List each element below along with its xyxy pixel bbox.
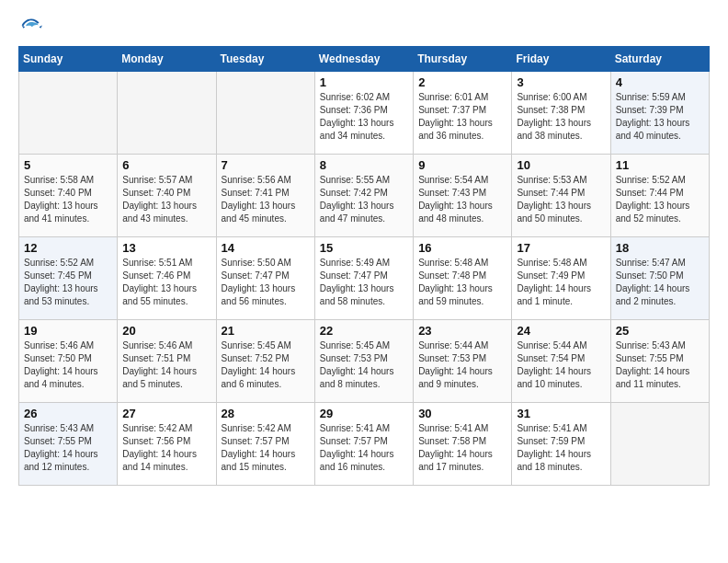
page-header bbox=[18, 18, 710, 37]
day-number: 5 bbox=[24, 158, 112, 172]
day-info: Sunrise: 5:48 AM Sunset: 7:48 PM Dayligh… bbox=[418, 257, 506, 308]
day-number: 16 bbox=[418, 241, 506, 255]
day-info: Sunrise: 5:45 AM Sunset: 7:52 PM Dayligh… bbox=[222, 339, 310, 391]
calendar-cell: 26Sunrise: 5:43 AM Sunset: 7:55 PM Dayli… bbox=[19, 403, 118, 486]
day-info: Sunrise: 5:43 AM Sunset: 7:55 PM Dayligh… bbox=[616, 339, 704, 391]
calendar-cell: 18Sunrise: 5:47 AM Sunset: 7:50 PM Dayli… bbox=[610, 237, 709, 320]
day-number: 7 bbox=[222, 158, 310, 172]
day-number: 29 bbox=[320, 407, 408, 420]
day-number: 15 bbox=[320, 241, 408, 255]
calendar-cell: 16Sunrise: 5:48 AM Sunset: 7:48 PM Dayli… bbox=[414, 237, 512, 320]
day-number: 11 bbox=[616, 158, 704, 172]
day-number: 10 bbox=[517, 158, 605, 172]
day-info: Sunrise: 5:59 AM Sunset: 7:39 PM Dayligh… bbox=[616, 91, 704, 143]
day-info: Sunrise: 5:55 AM Sunset: 7:42 PM Dayligh… bbox=[320, 174, 408, 225]
day-number: 28 bbox=[222, 407, 310, 420]
calendar-cell bbox=[19, 72, 118, 155]
day-info: Sunrise: 5:46 AM Sunset: 7:50 PM Dayligh… bbox=[24, 339, 112, 391]
calendar-cell bbox=[118, 72, 216, 155]
calendar-week-row: 19Sunrise: 5:46 AM Sunset: 7:50 PM Dayli… bbox=[19, 320, 710, 403]
weekday-header-thursday: Thursday bbox=[414, 47, 512, 72]
day-info: Sunrise: 5:52 AM Sunset: 7:45 PM Dayligh… bbox=[24, 257, 112, 308]
logo bbox=[18, 18, 42, 37]
calendar-cell: 4Sunrise: 5:59 AM Sunset: 7:39 PM Daylig… bbox=[610, 72, 709, 155]
day-number: 6 bbox=[122, 158, 210, 172]
calendar-cell: 28Sunrise: 5:42 AM Sunset: 7:57 PM Dayli… bbox=[216, 403, 314, 486]
weekday-header-monday: Monday bbox=[118, 47, 216, 72]
day-number: 18 bbox=[616, 241, 704, 255]
calendar-cell: 1Sunrise: 6:02 AM Sunset: 7:36 PM Daylig… bbox=[314, 72, 413, 155]
day-number: 30 bbox=[418, 407, 506, 420]
calendar-cell: 8Sunrise: 5:55 AM Sunset: 7:42 PM Daylig… bbox=[314, 155, 413, 237]
calendar-cell: 2Sunrise: 6:01 AM Sunset: 7:37 PM Daylig… bbox=[414, 72, 512, 155]
day-number: 20 bbox=[122, 324, 210, 338]
day-info: Sunrise: 5:57 AM Sunset: 7:40 PM Dayligh… bbox=[122, 174, 210, 225]
calendar-cell: 13Sunrise: 5:51 AM Sunset: 7:46 PM Dayli… bbox=[118, 237, 216, 320]
logo-bird-icon bbox=[20, 18, 42, 37]
day-info: Sunrise: 5:56 AM Sunset: 7:41 PM Dayligh… bbox=[222, 174, 310, 225]
day-info: Sunrise: 5:52 AM Sunset: 7:44 PM Dayligh… bbox=[616, 174, 704, 225]
day-info: Sunrise: 6:01 AM Sunset: 7:37 PM Dayligh… bbox=[418, 91, 506, 143]
day-number: 24 bbox=[517, 324, 605, 338]
day-info: Sunrise: 5:54 AM Sunset: 7:43 PM Dayligh… bbox=[418, 174, 506, 225]
day-number: 14 bbox=[222, 241, 310, 255]
day-number: 12 bbox=[24, 241, 112, 255]
calendar-week-row: 12Sunrise: 5:52 AM Sunset: 7:45 PM Dayli… bbox=[19, 237, 710, 320]
calendar-week-row: 1Sunrise: 6:02 AM Sunset: 7:36 PM Daylig… bbox=[19, 72, 710, 155]
calendar-week-row: 26Sunrise: 5:43 AM Sunset: 7:55 PM Dayli… bbox=[19, 403, 710, 486]
day-info: Sunrise: 5:41 AM Sunset: 7:57 PM Dayligh… bbox=[320, 422, 408, 474]
day-number: 13 bbox=[122, 241, 210, 255]
calendar-table: SundayMondayTuesdayWednesdayThursdayFrid… bbox=[18, 46, 710, 486]
calendar-cell: 15Sunrise: 5:49 AM Sunset: 7:47 PM Dayli… bbox=[314, 237, 413, 320]
day-number: 4 bbox=[616, 75, 704, 89]
calendar-cell: 12Sunrise: 5:52 AM Sunset: 7:45 PM Dayli… bbox=[19, 237, 118, 320]
calendar-cell: 14Sunrise: 5:50 AM Sunset: 7:47 PM Dayli… bbox=[216, 237, 314, 320]
calendar-cell: 23Sunrise: 5:44 AM Sunset: 7:53 PM Dayli… bbox=[414, 320, 512, 403]
calendar-cell: 17Sunrise: 5:48 AM Sunset: 7:49 PM Dayli… bbox=[512, 237, 610, 320]
calendar-cell: 30Sunrise: 5:41 AM Sunset: 7:58 PM Dayli… bbox=[414, 403, 512, 486]
day-info: Sunrise: 5:46 AM Sunset: 7:51 PM Dayligh… bbox=[122, 339, 210, 391]
calendar-cell: 7Sunrise: 5:56 AM Sunset: 7:41 PM Daylig… bbox=[216, 155, 314, 237]
day-number: 9 bbox=[418, 158, 506, 172]
day-info: Sunrise: 6:00 AM Sunset: 7:38 PM Dayligh… bbox=[517, 91, 605, 143]
calendar-cell bbox=[610, 403, 709, 486]
weekday-header-sunday: Sunday bbox=[19, 47, 118, 72]
calendar-body: 1Sunrise: 6:02 AM Sunset: 7:36 PM Daylig… bbox=[19, 72, 710, 486]
day-number: 8 bbox=[320, 158, 408, 172]
calendar-cell: 5Sunrise: 5:58 AM Sunset: 7:40 PM Daylig… bbox=[19, 155, 118, 237]
calendar-cell bbox=[216, 72, 314, 155]
weekday-header-tuesday: Tuesday bbox=[216, 47, 314, 72]
day-number: 25 bbox=[616, 324, 704, 338]
day-info: Sunrise: 6:02 AM Sunset: 7:36 PM Dayligh… bbox=[320, 91, 408, 143]
day-info: Sunrise: 5:47 AM Sunset: 7:50 PM Dayligh… bbox=[616, 257, 704, 308]
weekday-header-saturday: Saturday bbox=[610, 47, 709, 72]
day-info: Sunrise: 5:51 AM Sunset: 7:46 PM Dayligh… bbox=[122, 257, 210, 308]
day-number: 3 bbox=[517, 75, 605, 89]
day-number: 19 bbox=[24, 324, 112, 338]
day-number: 17 bbox=[517, 241, 605, 255]
weekday-header-wednesday: Wednesday bbox=[314, 47, 413, 72]
calendar-cell: 25Sunrise: 5:43 AM Sunset: 7:55 PM Dayli… bbox=[610, 320, 709, 403]
day-info: Sunrise: 5:41 AM Sunset: 7:58 PM Dayligh… bbox=[418, 422, 506, 474]
calendar-cell: 20Sunrise: 5:46 AM Sunset: 7:51 PM Dayli… bbox=[118, 320, 216, 403]
day-number: 2 bbox=[418, 75, 506, 89]
calendar-cell: 11Sunrise: 5:52 AM Sunset: 7:44 PM Dayli… bbox=[610, 155, 709, 237]
calendar-cell: 22Sunrise: 5:45 AM Sunset: 7:53 PM Dayli… bbox=[314, 320, 413, 403]
calendar-cell: 6Sunrise: 5:57 AM Sunset: 7:40 PM Daylig… bbox=[118, 155, 216, 237]
calendar-cell: 29Sunrise: 5:41 AM Sunset: 7:57 PM Dayli… bbox=[314, 403, 413, 486]
day-info: Sunrise: 5:58 AM Sunset: 7:40 PM Dayligh… bbox=[24, 174, 112, 225]
day-info: Sunrise: 5:49 AM Sunset: 7:47 PM Dayligh… bbox=[320, 257, 408, 308]
day-info: Sunrise: 5:50 AM Sunset: 7:47 PM Dayligh… bbox=[222, 257, 310, 308]
calendar-header-row: SundayMondayTuesdayWednesdayThursdayFrid… bbox=[19, 47, 710, 72]
day-info: Sunrise: 5:53 AM Sunset: 7:44 PM Dayligh… bbox=[517, 174, 605, 225]
calendar-cell: 27Sunrise: 5:42 AM Sunset: 7:56 PM Dayli… bbox=[118, 403, 216, 486]
calendar-cell: 19Sunrise: 5:46 AM Sunset: 7:50 PM Dayli… bbox=[19, 320, 118, 403]
day-number: 1 bbox=[320, 75, 408, 89]
day-number: 22 bbox=[320, 324, 408, 338]
calendar-cell: 21Sunrise: 5:45 AM Sunset: 7:52 PM Dayli… bbox=[216, 320, 314, 403]
calendar-cell: 10Sunrise: 5:53 AM Sunset: 7:44 PM Dayli… bbox=[512, 155, 610, 237]
day-info: Sunrise: 5:45 AM Sunset: 7:53 PM Dayligh… bbox=[320, 339, 408, 391]
calendar-cell: 31Sunrise: 5:41 AM Sunset: 7:59 PM Dayli… bbox=[512, 403, 610, 486]
calendar-week-row: 5Sunrise: 5:58 AM Sunset: 7:40 PM Daylig… bbox=[19, 155, 710, 237]
calendar-cell: 3Sunrise: 6:00 AM Sunset: 7:38 PM Daylig… bbox=[512, 72, 610, 155]
